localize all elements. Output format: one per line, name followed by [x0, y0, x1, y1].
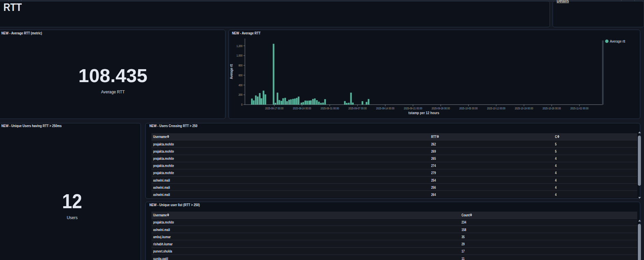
svg-text:2025-10-26 00:00: 2025-10-26 00:00 — [542, 106, 561, 110]
svg-text:tstamp per 12 hours: tstamp per 12 hours — [408, 111, 439, 115]
svg-text:2025-11-02 00:00: 2025-11-02 00:00 — [570, 106, 588, 110]
svg-text:800: 800 — [238, 63, 243, 67]
svg-text:1,000: 1,000 — [236, 53, 243, 57]
svg-text:2025-09-07 00:00: 2025-09-07 00:00 — [348, 106, 367, 110]
svg-text:2025-09-14 00:00: 2025-09-14 00:00 — [376, 106, 394, 110]
svg-text:2025-09-28 00:00: 2025-09-28 00:00 — [431, 106, 450, 110]
svg-text:Average rtt: Average rtt — [229, 64, 233, 79]
svg-text:2025-10-19 00:00: 2025-10-19 00:00 — [515, 106, 533, 110]
svg-text:0: 0 — [241, 103, 243, 106]
svg-text:2025-10-12 00:00: 2025-10-12 00:00 — [487, 106, 505, 110]
svg-text:Average rtt: Average rtt — [610, 39, 625, 43]
svg-text:400: 400 — [238, 83, 243, 87]
svg-text:200: 200 — [238, 93, 243, 96]
svg-text:2025-09-21 00:00: 2025-09-21 00:00 — [404, 106, 422, 110]
svg-text:2025-08-17 00:00: 2025-08-17 00:00 — [265, 106, 283, 110]
svg-text:600: 600 — [238, 73, 243, 77]
svg-text:1,200: 1,200 — [236, 44, 243, 48]
svg-text:2025-08-24 00:00: 2025-08-24 00:00 — [293, 106, 311, 110]
svg-text:2025-08-31 00:00: 2025-08-31 00:00 — [320, 106, 339, 110]
svg-text:2025-10-05 00:00: 2025-10-05 00:00 — [459, 106, 478, 110]
